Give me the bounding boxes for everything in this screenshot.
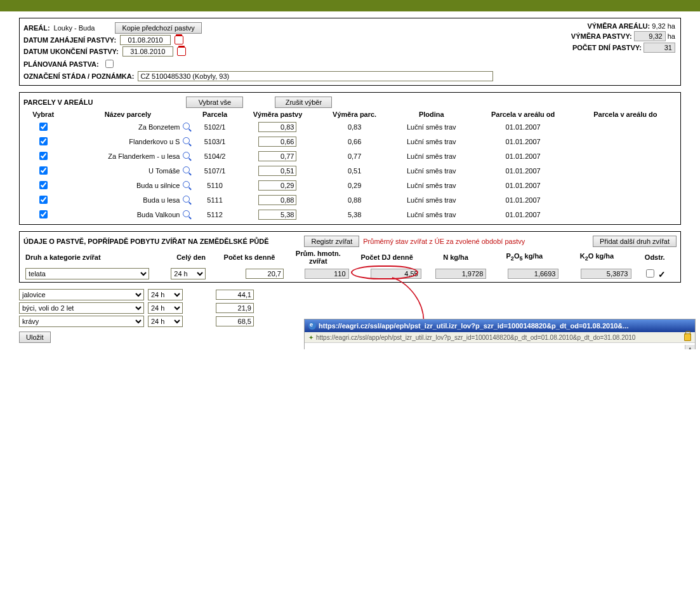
crop: Luční směs trav: [391, 163, 472, 178]
col-p: P2O5 kg/ha: [488, 248, 560, 266]
to-date: [574, 163, 677, 178]
animals-table: Druh a kategorie zvířat Celý den Počet k…: [23, 248, 677, 281]
row-checkbox[interactable]: [39, 137, 48, 145]
row-checkbox[interactable]: [39, 152, 48, 160]
remove-checkbox[interactable]: [646, 269, 654, 278]
col-n: N kg/ha: [423, 248, 489, 266]
row-checkbox[interactable]: [39, 181, 48, 189]
parcel-area: 0,88: [318, 192, 391, 207]
past-unit: ha: [668, 32, 675, 40]
herd-input[interactable]: [138, 71, 493, 81]
row-checkbox[interactable]: [39, 210, 48, 218]
species-select[interactable]: telata: [25, 268, 149, 279]
species-select[interactable]: jalovice: [19, 289, 144, 300]
popup-titlebar[interactable]: https://eagri.cz/ssl/app/eph/pst_izr_uti…: [305, 319, 695, 332]
zoom-icon[interactable]: [183, 210, 190, 217]
count-input[interactable]: [216, 316, 254, 326]
from-date: 01.01.2007: [472, 207, 574, 222]
popup-url: https://eagri.cz/ssl/app/eph/pst_izr_uti…: [316, 334, 682, 341]
planned-checkbox[interactable]: [105, 60, 114, 68]
col-parcela: Parcela: [192, 109, 237, 119]
weight-value: 110: [305, 269, 349, 279]
pasture-area-input[interactable]: [258, 195, 296, 205]
row-checkbox[interactable]: [39, 123, 48, 131]
animals-panel: ÚDAJE O PASTVĚ, POPŘÍPADĚ POBYTU ZVÍŘAT …: [19, 231, 681, 283]
zoom-icon[interactable]: [183, 123, 190, 130]
header-panel: VÝMĚRA AREÁLU: 9,32 ha VÝMĚRA PASTVY: 9,…: [19, 18, 681, 86]
calendar-icon[interactable]: [177, 47, 186, 56]
copy-prev-button[interactable]: Kopie předchozí pastvy: [115, 22, 201, 34]
crop: Luční směs trav: [391, 119, 472, 134]
parcel-number: 5112: [192, 207, 237, 222]
popup-body: Data se načítají on-line z ústřední evid…: [305, 343, 695, 349]
col-nazev: Název parcely: [63, 109, 192, 119]
parcel-number: 5104/2: [192, 149, 237, 163]
parcel-area: 0,66: [318, 134, 391, 149]
select-all-button[interactable]: Vybrat vše: [186, 97, 243, 108]
date-start-input[interactable]: [120, 35, 171, 45]
col-vybrat: Vybrat: [23, 109, 63, 119]
add-animal-button[interactable]: Přidat další druh zvířat: [593, 236, 677, 247]
pasture-area-input[interactable]: [258, 180, 296, 191]
to-date: [574, 149, 677, 163]
hours-select[interactable]: 24 h: [171, 268, 206, 279]
p-value: 1,6693: [508, 269, 558, 279]
table-row: Flanderkovo u S 5103/10,66Luční směs tra…: [23, 134, 677, 149]
hours-select[interactable]: 24 h: [148, 316, 183, 327]
zoom-icon[interactable]: [183, 137, 190, 144]
zoom-icon[interactable]: [183, 196, 190, 203]
species-select[interactable]: býci, voli do 2 let: [19, 302, 144, 314]
page: VÝMĚRA AREÁLU: 9,32 ha VÝMĚRA PASTVY: 9,…: [0, 11, 700, 349]
parcel-number: 5107/1: [192, 163, 237, 178]
calendar-icon[interactable]: [175, 36, 183, 44]
pasture-area-input[interactable]: [258, 151, 296, 161]
zoom-icon[interactable]: [183, 166, 190, 173]
hours-select[interactable]: 24 h: [148, 302, 183, 314]
pasture-area-input[interactable]: [258, 122, 296, 132]
date-start-label: DATUM ZAHÁJENÍ PASTVY:: [23, 36, 116, 44]
days-value: 31: [644, 43, 675, 53]
register-button[interactable]: Registr zvířat: [304, 236, 359, 247]
parcel-name: Flanderkovo u S: [129, 138, 180, 145]
pasture-area-input[interactable]: [258, 137, 296, 147]
past-value: 9,32: [634, 31, 666, 41]
parcel-name: Buda Valkoun: [137, 211, 180, 218]
count-input[interactable]: [246, 269, 284, 279]
pasture-area-input[interactable]: [258, 210, 296, 220]
row-checkbox[interactable]: [39, 196, 48, 204]
zoom-icon[interactable]: [183, 152, 190, 159]
date-end-input[interactable]: [122, 46, 173, 57]
col-vym-past: Výměra pastvy: [237, 109, 319, 119]
zoom-icon[interactable]: [183, 181, 190, 188]
crop: Luční směs trav: [391, 192, 472, 207]
save-button[interactable]: Uložit: [19, 332, 51, 343]
parcels-title: PARCELY V AREÁLU: [23, 98, 93, 106]
parcel-number: 5111: [192, 192, 237, 207]
parcel-name: Buda u silnice: [136, 182, 180, 189]
crop: Luční směs trav: [391, 207, 472, 222]
parcels-panel: PARCELY V AREÁLU Vybrat vše Zrušit výběr…: [19, 92, 681, 225]
from-date: 01.01.2007: [472, 119, 574, 134]
area-value: 9,32: [652, 22, 665, 30]
areal-label: AREÁL:: [23, 24, 50, 32]
from-date: 01.01.2007: [472, 178, 574, 192]
from-date: 01.01.2007: [472, 149, 574, 163]
count-input[interactable]: [216, 303, 254, 313]
lock-icon: [684, 333, 691, 341]
count-input[interactable]: [216, 290, 254, 300]
animals-title: ÚDAJE O PASTVĚ, POPŘÍPADĚ POBYTU ZVÍŘAT …: [23, 238, 268, 245]
species-select[interactable]: krávy: [19, 316, 144, 327]
parcel-number: 5110: [192, 178, 237, 192]
dj-value: 4,55: [371, 269, 421, 279]
to-date: [574, 178, 677, 192]
pasture-area-input[interactable]: [258, 166, 296, 176]
parcel-number: 5102/1: [192, 119, 237, 134]
table-row: Za Flanderkem - u lesa 5104/20,77Luční s…: [23, 149, 677, 163]
parcel-area: 0,77: [318, 149, 391, 163]
from-date: 01.01.2007: [472, 192, 574, 207]
row-checkbox[interactable]: [39, 166, 48, 175]
check-icon: ✓: [658, 269, 666, 279]
col-k: K2O kg/ha: [560, 248, 633, 266]
clear-selection-button[interactable]: Zrušit výběr: [275, 97, 332, 108]
hours-select[interactable]: 24 h: [148, 289, 183, 300]
